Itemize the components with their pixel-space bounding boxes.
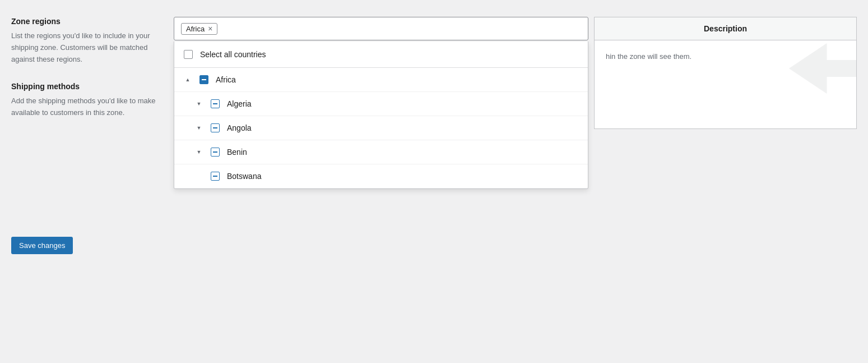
benin-item[interactable]: Benin — [174, 140, 588, 164]
main-content: Africa × Select all countries — [168, 17, 857, 346]
region-input[interactable]: Africa × — [174, 17, 588, 40]
africa-chevron-up-icon[interactable] — [183, 77, 192, 82]
shipping-methods-title: Shipping methods — [11, 82, 157, 91]
botswana-checkbox[interactable] — [211, 172, 220, 181]
benin-chevron-icon[interactable] — [194, 149, 203, 155]
algeria-item[interactable]: Algeria — [174, 92, 588, 116]
select-all-checkbox[interactable] — [184, 50, 193, 59]
select-all-item[interactable]: Select all countries — [174, 42, 588, 68]
region-dropdown: Select all countries Africa Alge — [174, 42, 588, 189]
benin-checkbox-container — [210, 147, 220, 157]
algeria-checkbox-container — [210, 99, 220, 109]
angola-checkbox-container — [210, 123, 220, 133]
description-header: Description — [595, 17, 856, 40]
left-panel: Zone regions List the regions you'd like… — [11, 17, 168, 346]
save-changes-button[interactable]: Save changes — [11, 237, 73, 254]
shipping-methods-description: Add the shipping methods you'd like to m… — [11, 95, 157, 119]
description-text: hin the zone will see them. — [606, 52, 691, 61]
benin-label: Benin — [227, 148, 579, 157]
botswana-item[interactable]: Botswana — [174, 164, 588, 189]
angola-label: Angola — [227, 123, 579, 132]
botswana-checkbox-container — [210, 171, 220, 181]
africa-label: Africa — [216, 75, 579, 84]
angola-item[interactable]: Angola — [174, 116, 588, 140]
africa-tag-remove[interactable]: × — [208, 25, 212, 33]
botswana-label: Botswana — [227, 172, 579, 181]
region-select-wrapper: Africa × Select all countries — [174, 17, 588, 40]
zone-regions-title: Zone regions — [11, 17, 157, 26]
africa-tag-label: Africa — [186, 25, 205, 33]
africa-checkbox[interactable] — [199, 75, 208, 84]
select-all-label: Select all countries — [200, 50, 579, 59]
africa-group-header[interactable]: Africa — [174, 68, 588, 92]
zone-regions-description: List the regions you'd like to include i… — [11, 30, 157, 65]
watermark-arrow-icon — [778, 40, 856, 102]
africa-checkbox-container — [199, 75, 209, 85]
algeria-chevron-icon[interactable] — [194, 101, 203, 107]
select-all-checkbox-container — [183, 49, 193, 59]
africa-tag[interactable]: Africa × — [181, 23, 217, 35]
angola-checkbox[interactable] — [211, 123, 220, 132]
benin-checkbox[interactable] — [211, 148, 220, 157]
description-body: hin the zone will see them. — [595, 40, 856, 108]
algeria-checkbox[interactable] — [211, 99, 220, 108]
angola-chevron-icon[interactable] — [194, 125, 203, 131]
description-panel: Description hin the zone will see them. — [594, 17, 857, 129]
algeria-label: Algeria — [227, 99, 579, 108]
